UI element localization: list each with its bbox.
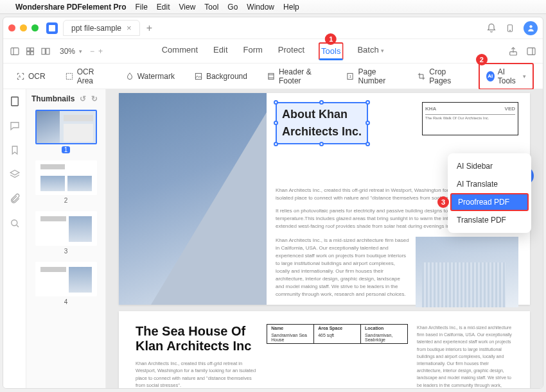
attachment-icon[interactable] [9,193,21,205]
svg-rect-16 [195,73,201,79]
app-name[interactable]: Wondershare PDFelement Pro [15,3,127,12]
info-table: NameArea SpaceLocation Sandramivan Sea H… [267,324,408,344]
share-icon[interactable] [508,46,518,56]
chevron-down-icon: ▾ [79,48,82,55]
gear-icon[interactable] [526,46,536,56]
svg-text:1: 1 [349,74,351,78]
maximize-button[interactable] [31,24,39,31]
thumbnail-page-2[interactable]: 2 [31,160,100,205]
svg-rect-17 [269,73,274,79]
tab-protect[interactable]: Protect [277,42,306,60]
svg-rect-22 [11,97,18,106]
two-page-icon[interactable] [40,46,51,56]
tab-edit[interactable]: Edit [212,42,229,60]
document-tab[interactable]: ppt file-sample × [63,20,140,36]
menu-tool[interactable]: Tool [204,3,218,12]
app-window: ppt file-sample × + 30% ▾ − + Comment Ed… [3,17,543,389]
minimize-button[interactable] [20,24,27,31]
tab-close-icon[interactable]: × [127,23,132,33]
menu-file[interactable]: File [136,3,148,12]
zoom-in-button[interactable]: + [98,47,103,56]
svg-rect-9 [42,48,45,54]
thumbnail-page-1[interactable]: 1 [31,110,100,154]
tab-tools[interactable]: Tools 1 [319,42,343,60]
main-tabs: Comment Edit Form Protect Tools 1 Batch … [161,42,386,60]
tab-form[interactable]: Form [242,42,264,60]
search-icon[interactable] [9,217,21,229]
menu-window[interactable]: Window [247,3,274,12]
page-number-button[interactable]: 1Page Number [342,65,401,88]
ai-tools-dropdown: AI Sidebar AI Translate Proofread PDF 3 … [448,153,531,233]
menu-go[interactable]: Go [227,3,238,12]
thumbnail-page-3[interactable]: 3 [31,211,100,255]
thumbnails-title: Thumbnails [31,94,75,103]
menu-view[interactable]: View [179,3,196,12]
main-toolbar: 30% ▾ − + Comment Edit Form Protect Tool… [3,39,543,64]
rotate-left-icon[interactable]: ↺ [80,94,86,103]
ocr-button[interactable]: AOCR [12,69,49,83]
new-tab-button[interactable]: + [146,22,152,34]
page2-title: The Sea House OfKlan Architects Inc [136,324,258,354]
svg-rect-3 [11,47,19,55]
svg-point-23 [11,220,17,226]
app-logo-icon [46,22,58,34]
thumbnails-icon[interactable] [9,96,21,107]
mobile-icon[interactable] [506,22,515,34]
user-avatar[interactable] [524,21,538,35]
dropdown-proofread-pdf[interactable]: Proofread PDF 3 [450,193,529,211]
tools-toolbar: AOCR OCR Area Watermark Background Heade… [3,64,543,89]
menu-edit[interactable]: Edit [157,3,170,12]
zoom-out-button[interactable]: − [90,47,94,56]
header-footer-button[interactable]: Header & Footer [263,65,331,88]
hero-image [119,93,267,305]
left-rail [3,89,26,388]
ocr-area-button[interactable]: OCR Area [61,65,110,88]
svg-point-1 [509,30,510,30]
svg-rect-15 [66,73,72,79]
thumbnail-page-4[interactable]: 4 [31,262,100,306]
menu-help[interactable]: Help [283,3,299,12]
svg-rect-8 [31,51,34,55]
titlebar: ppt file-sample × + [3,17,543,39]
tab-batch[interactable]: Batch ▾ [356,42,385,60]
bell-icon[interactable] [486,23,497,33]
zoom-value: 30% [60,47,75,56]
svg-point-2 [529,25,532,28]
svg-text:A: A [19,75,21,78]
sidebar-toggle-icon[interactable] [10,46,20,56]
svg-rect-6 [31,47,34,51]
tab-comment[interactable]: Comment [161,42,199,60]
title-selection-box[interactable]: About KhanArchitects Inc. [276,102,368,144]
close-button[interactable] [8,24,15,31]
corp-info-box: KHAVED The Rank Walk Of Our Architects I… [422,102,518,135]
comments-icon[interactable] [9,120,21,132]
tab-title: ppt file-sample [71,24,121,33]
callout-3: 3 [437,196,449,208]
callout-1: 1 [325,33,337,45]
rotate-right-icon[interactable]: ↻ [91,94,98,103]
ai-tools-button[interactable]: AI AI Tools ▾ [482,65,530,88]
thumbnails-panel: Thumbnails ↺ ↻ 1 2 3 4 [26,89,106,388]
watermark-button[interactable]: Watermark [121,69,179,83]
page-2: The Sea House OfKlan Architects Inc Khan… [119,311,530,388]
secondary-image [416,237,518,307]
svg-rect-10 [46,48,49,54]
bookmark-icon[interactable] [9,144,21,156]
crop-pages-button[interactable]: Crop Pages [413,65,467,88]
layers-icon[interactable] [9,169,21,180]
document-canvas[interactable]: About KhanArchitects Inc. KHAVED The Ran… [106,89,543,388]
window-controls [8,24,39,31]
ai-icon: AI [486,71,495,81]
content-area: Thumbnails ↺ ↻ 1 2 3 4 [3,89,543,388]
macos-menubar: Wondershare PDFelement Pro File Edit Vie… [0,0,546,14]
background-button[interactable]: Background [190,69,251,83]
grid-view-icon[interactable] [25,46,35,56]
p2-side-text: Khan Architects Inc., is a mid-sized arc… [417,324,513,388]
dropdown-ai-translate[interactable]: AI Translate [448,175,531,193]
dropdown-translate-pdf[interactable]: Translate PDF [448,211,531,229]
mid-paragraph: Khan Architects Inc., is a mid-sized arc… [276,237,409,298]
dropdown-ai-sidebar[interactable]: AI Sidebar [448,157,531,175]
svg-rect-7 [27,51,30,55]
zoom-control[interactable]: 30% ▾ − + [60,47,103,56]
svg-rect-5 [27,47,30,51]
